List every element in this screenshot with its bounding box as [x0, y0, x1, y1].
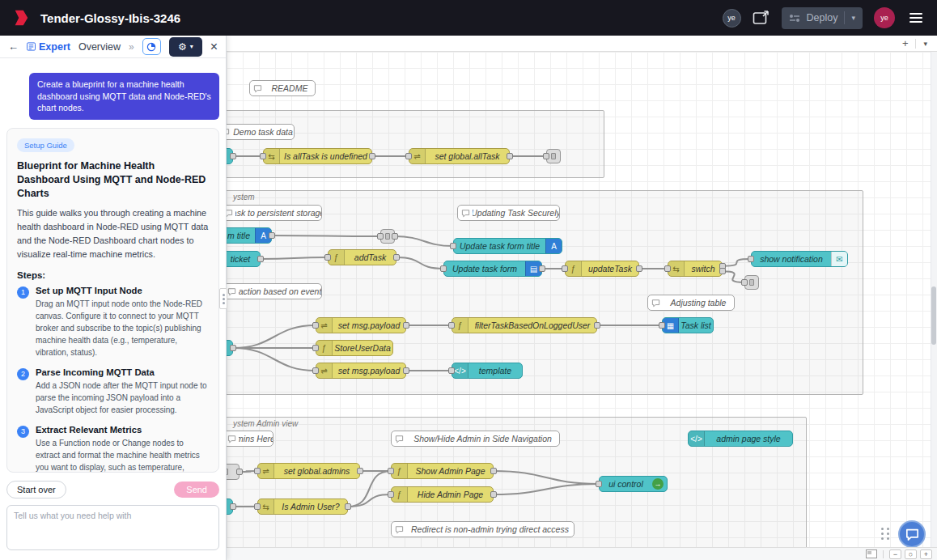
deploy-button[interactable]: Deploy ▾: [782, 7, 863, 29]
node-show-notification[interactable]: show notification✉: [751, 251, 848, 267]
node-adjusting-table[interactable]: Adjusting table: [647, 295, 735, 311]
node-switch[interactable]: ⇆switch: [668, 261, 723, 277]
node-task-list[interactable]: ▦Task list: [662, 317, 714, 333]
node-port[interactable]: [388, 491, 394, 498]
start-over-button[interactable]: Start over: [6, 481, 66, 498]
node-port[interactable]: [748, 256, 754, 262]
node-redirect-is-non-admin-trying-direct-access[interactable]: Redirect is non-admin trying direct acce…: [391, 521, 574, 537]
node-port[interactable]: [393, 254, 400, 261]
minimap-icon[interactable]: [866, 549, 877, 558]
node-port[interactable]: [254, 468, 261, 474]
node-port[interactable]: [562, 265, 568, 272]
node-show-hide-admin-in-side-navigation[interactable]: Show/Hide Admin in Side Navigation: [391, 431, 560, 447]
node-action-based-on-event[interactable]: action based on event: [227, 283, 322, 299]
node-port[interactable]: [312, 345, 319, 351]
deploy-options-caret[interactable]: ▾: [851, 14, 855, 22]
node-port[interactable]: [392, 233, 398, 240]
node-port[interactable]: [236, 469, 243, 475]
node-updating-task-securely[interactable]: Updating Task Securely: [457, 205, 560, 221]
node-m-title[interactable]: m titleA: [227, 227, 272, 244]
node-port[interactable]: [636, 265, 642, 272]
node-port[interactable]: [539, 265, 545, 272]
node-port[interactable]: [448, 367, 455, 374]
node-port[interactable]: [664, 265, 671, 272]
node-port[interactable]: [403, 322, 409, 329]
prompt-input[interactable]: [6, 505, 219, 550]
node-is-alltask-is-undefined[interactable]: ⇆Is allTask is undefined: [263, 148, 372, 164]
user-avatar[interactable]: ye: [874, 7, 895, 28]
flow-list-caret-icon[interactable]: ▾: [923, 40, 927, 48]
node-port[interactable]: [324, 254, 331, 261]
add-flow-button[interactable]: +: [902, 37, 909, 49]
node-updatetask[interactable]: ƒupdateTask: [565, 261, 639, 277]
node-port[interactable]: [448, 322, 455, 329]
node-demo-task-data[interactable]: Demo task data: [227, 124, 295, 140]
panel-resize-handle[interactable]: [219, 288, 227, 309]
node-addtask[interactable]: ƒaddTask: [328, 249, 396, 265]
back-icon[interactable]: ←: [8, 40, 19, 53]
node-readme[interactable]: README: [249, 80, 316, 96]
node-port[interactable]: [230, 345, 236, 351]
node-port[interactable]: [269, 232, 275, 239]
node-port[interactable]: [450, 243, 456, 249]
node-set-global-admins[interactable]: ⇌set global.admins: [257, 463, 360, 479]
open-editor-icon[interactable]: [753, 11, 770, 25]
flowfuse-logo-icon[interactable]: [11, 8, 31, 28]
node-filtertaskbasedonloggeduser[interactable]: ƒfilterTaskBasedOnLoggedUser: [452, 317, 597, 333]
node-port[interactable]: [369, 153, 375, 159]
settings-dropdown-button[interactable]: ⚙▾: [169, 37, 202, 57]
node-mins-here[interactable]: mins Here: [227, 431, 273, 447]
node-set-msg-payload[interactable]: ⇌set msg.payload: [316, 363, 406, 379]
zoom-reset-button[interactable]: ○: [905, 549, 917, 559]
node-port[interactable]: [719, 268, 726, 274]
flow-area[interactable]: ystem Admin viewystem READMEDemo task da…: [227, 52, 937, 547]
node-port[interactable]: [741, 279, 748, 286]
node-port[interactable]: [388, 468, 394, 474]
team-avatar[interactable]: ye: [723, 9, 741, 28]
chart-view-button[interactable]: [142, 38, 161, 55]
node-port[interactable]: [377, 233, 384, 240]
node-port[interactable]: [507, 153, 513, 159]
zoom-in-button[interactable]: +: [920, 549, 932, 559]
tab-expert[interactable]: Expert: [27, 41, 70, 53]
node-set-global-alltask[interactable]: ⇌set global.allTask: [409, 148, 510, 164]
setup-guide-card[interactable]: Setup Guide Blueprint for Machine Health…: [6, 128, 219, 473]
node-port[interactable]: [254, 503, 261, 510]
node-port[interactable]: [490, 468, 497, 474]
node-ticket[interactable]: ticket: [227, 251, 261, 267]
tab-overview[interactable]: Overview: [78, 41, 121, 53]
send-button[interactable]: Send: [174, 482, 219, 498]
close-icon[interactable]: ×: [210, 40, 218, 54]
node-port[interactable]: [257, 256, 264, 262]
node-is-admin-user[interactable]: ⇆Is Admin User?: [257, 498, 348, 515]
node-set-msg-payload[interactable]: ⇌set msg.payload: [316, 317, 406, 333]
node-port[interactable]: [345, 503, 351, 510]
node-port[interactable]: [357, 468, 363, 474]
node-update-task-form[interactable]: Update task form▤: [443, 261, 542, 277]
node-update-task-form-title[interactable]: Update task form titleA: [453, 238, 562, 254]
zoom-out-button[interactable]: −: [889, 549, 901, 559]
node-hide-admin-page[interactable]: ƒHide Admin Page: [391, 486, 494, 503]
node-port[interactable]: [230, 503, 236, 510]
node-ask-to-persistent-storage[interactable]: ask to persistent storage: [227, 205, 322, 221]
node-port[interactable]: [596, 481, 602, 487]
node-port[interactable]: [403, 367, 409, 374]
node-template[interactable]: </>template: [452, 363, 523, 379]
node-ui-control[interactable]: ui control→: [599, 476, 668, 492]
node-port[interactable]: [543, 153, 549, 159]
node-port[interactable]: [230, 153, 236, 159]
node-port[interactable]: [312, 322, 319, 329]
main-menu-icon[interactable]: [906, 10, 926, 26]
node-port[interactable]: [594, 322, 600, 329]
notification-icon: ✉: [831, 252, 847, 266]
node-port[interactable]: [260, 153, 266, 159]
node-port[interactable]: [659, 322, 665, 329]
node-storeuserdata[interactable]: ƒStoreUserData: [316, 340, 393, 356]
node-admin-page-style[interactable]: </>admin page style: [688, 431, 793, 447]
node-port[interactable]: [312, 367, 319, 374]
node-port[interactable]: [490, 491, 497, 498]
node-port[interactable]: [405, 153, 412, 159]
node-show-admin-page[interactable]: ƒShow Admin Page: [391, 463, 494, 479]
node-port[interactable]: [440, 265, 447, 272]
collapse-chevrons-icon[interactable]: »: [129, 41, 134, 53]
